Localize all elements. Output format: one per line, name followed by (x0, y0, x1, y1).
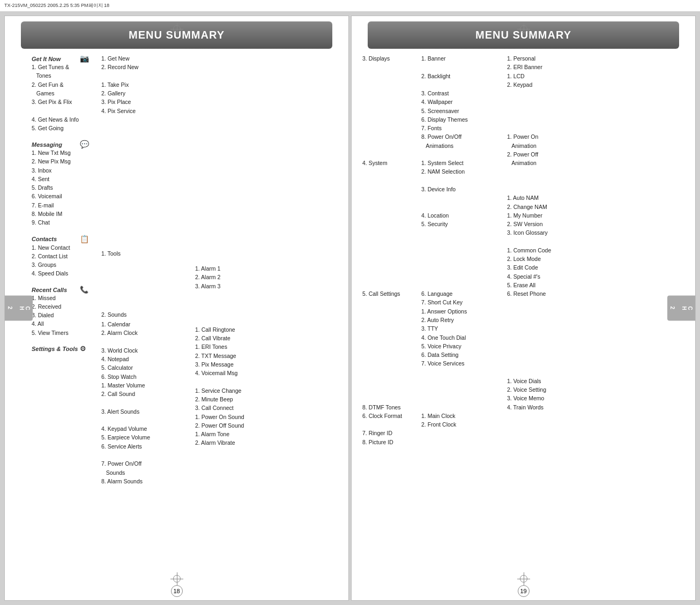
category-label-get-it-now: Get It Now (32, 55, 80, 62)
category-label-recent-calls: Recent Calls (32, 286, 80, 293)
page19-col3: 1. Personal 2. ERI Banner 1. LCD 2. Keyp… (507, 54, 593, 412)
category-contacts: Contacts 📋 1. New Contact 2. Contact Lis… (32, 235, 101, 278)
ch-tab-left: CH2 (5, 295, 33, 320)
contacts-items: 1. New Contact 2. Contact List 3. Groups… (32, 243, 101, 278)
recent-calls-icon: 📞 (80, 286, 88, 294)
ch-tab-right: CH2 (667, 295, 695, 320)
category-messaging: Messaging 💬 1. New Txt Msg 2. New Pix Ms… (32, 140, 101, 227)
messaging-icon: 💬 (80, 140, 89, 148)
page-header: TX-215VM_050225 2005.2.25 5:35 PM페이지 18 (0, 0, 700, 11)
category-label-settings-tools: Settings & Tools (32, 345, 80, 352)
category-label-contacts: Contacts (32, 235, 80, 242)
settings-tools-icon: ⚙ (80, 345, 86, 353)
settings-tools-col2: 1. Tools 2. Sounds (101, 249, 195, 319)
top-crosshair-19 (517, 23, 530, 35)
settings-col3: 1. Alarm 1 2. Alarm 2 3. Alarm 3 1. Call… (195, 264, 278, 447)
get-it-now-icon: 📷 (80, 54, 89, 63)
get-it-now-items: 1. Get Tunes & Tones 2. Get Fun & Games … (32, 63, 101, 132)
page-19: CH2 MENU SUMMARY 3. Displays (351, 16, 696, 601)
messaging-items: 1. New Txt Msg 2. New Pix Msg 3. Inbox 4… (32, 148, 101, 227)
sounds-sub: 1. Calendar 2. Alarm Clock 3. World Cloc… (101, 320, 195, 486)
page19-col2: 1. Banner 2. Backlight 3. Contrast 4. Wa… (421, 54, 507, 429)
category-settings-tools: Settings & Tools ⚙ (32, 345, 101, 353)
category-recent-calls: Recent Calls 📞 1. Missed 2. Received 3. … (32, 286, 101, 337)
category-get-it-now: Get It Now 📷 1. Get Tunes & Tones 2. Get… (32, 54, 101, 132)
bottom-crosshair-19 (517, 572, 530, 585)
top-crosshair (170, 23, 183, 35)
contacts-icon: 📋 (80, 235, 89, 243)
category-label-messaging: Messaging (32, 141, 80, 148)
bottom-crosshair-18 (170, 572, 183, 585)
get-it-now-sub1: 1. Get New 2. Record New 1. Take Pix 2. … (101, 54, 195, 115)
recent-calls-items: 1. Missed 2. Received 3. Dialed 4. All 5… (32, 294, 101, 337)
page19-col1: 3. Displays 4. System (362, 54, 421, 446)
page-18: CH2 MENU SUMMARY Get It Now 📷 1. Get Tun… (4, 16, 349, 601)
